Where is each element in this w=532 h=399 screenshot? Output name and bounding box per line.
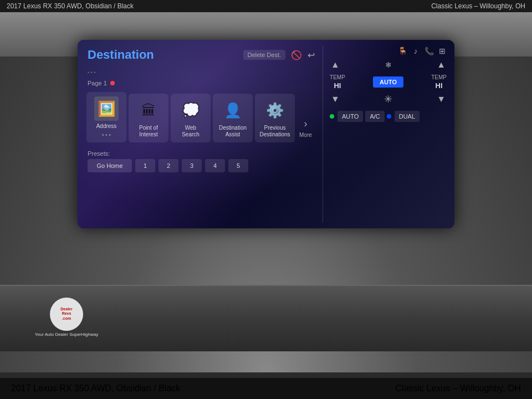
watermark-tagline: Your Auto Dealer SuperHighway <box>35 332 98 337</box>
web-search-label: WebSearch <box>182 125 200 138</box>
temp-right-down-button[interactable]: ▼ <box>436 93 447 105</box>
nav-item-prev-dest[interactable]: ⚙️ PreviousDestinations <box>255 94 295 142</box>
nav-title: Destination <box>88 48 154 62</box>
climate-panel: 🪑 ♪ 📞 ⊞ ▲ ❄ ▲ TEMP HI <box>323 45 449 223</box>
camera-icon[interactable]: 🚫 <box>291 50 302 60</box>
preset-4[interactable]: 4 <box>205 159 225 172</box>
preset-1[interactable]: 1 <box>135 159 155 172</box>
map-icon[interactable]: ⊞ <box>437 47 448 55</box>
poi-icon: 🏛 <box>136 98 161 122</box>
nav-item-poi[interactable]: 🏛 Point ofInterest <box>129 94 168 142</box>
music-icon[interactable]: ♪ <box>410 47 421 55</box>
more-arrow-icon: › <box>304 118 307 130</box>
climate-bottom-row: AUTO A/C DUAL <box>328 109 449 124</box>
dest-assist-icon: 👤 <box>221 98 245 122</box>
web-search-icon: 💭 <box>178 98 203 122</box>
auto-badge[interactable]: AUTO <box>373 76 403 88</box>
presets-section: Presets: Go Home 1 2 3 4 5 <box>83 147 319 176</box>
prev-dest-label: PreviousDestinations <box>259 125 290 138</box>
temp-right-hi: HI <box>431 81 447 90</box>
top-bar: 2017 Lexus RX 350 AWD, Obsidian / Black … <box>0 0 532 12</box>
dual-blue-dot <box>387 114 391 119</box>
temp-left-down-button[interactable]: ▼ <box>330 93 341 105</box>
preset-5[interactable]: 5 <box>228 159 248 172</box>
temp-left-hi: HI <box>330 81 345 90</box>
red-indicator <box>110 81 115 85</box>
preset-3[interactable]: 3 <box>182 159 202 172</box>
screen-inner: Destination Delete Dest. 🚫 ↩ • • • Page … <box>78 40 454 228</box>
nav-actions: Delete Dest. 🚫 ↩ <box>243 50 315 60</box>
infotainment-screen: Destination Delete Dest. 🚫 ↩ • • • Page … <box>78 40 454 228</box>
dest-assist-label: DestinationAssist <box>219 125 247 138</box>
temp-left-up-button[interactable]: ▲ <box>330 59 341 71</box>
address-icon: 🖼️ <box>94 96 119 121</box>
temp-right-up-button[interactable]: ▲ <box>436 59 447 71</box>
ac-button[interactable]: A/C <box>365 111 384 122</box>
nav-header: Destination Delete Dest. 🚫 ↩ <box>83 45 319 64</box>
temp-left-section: TEMP HI <box>330 74 345 90</box>
climate-top-icons: 🪑 ♪ 📞 ⊞ <box>328 45 449 57</box>
dual-button[interactable]: DUAL <box>395 111 420 122</box>
nav-item-dest-assist[interactable]: 👤 DestinationAssist <box>213 94 253 142</box>
prev-dest-icon: ⚙️ <box>263 98 287 122</box>
temp-up-row: ▲ ❄ ▲ <box>328 58 449 72</box>
screen-dots: • • • <box>83 69 319 76</box>
main-area: Destination Delete Dest. 🚫 ↩ • • • Page … <box>0 12 532 372</box>
presets-label: Presets: <box>88 150 315 157</box>
bottom-bar: 2017 Lexus RX 350 AWD, Obsidian / Black … <box>0 378 532 399</box>
more-button[interactable]: › More <box>297 114 314 142</box>
climate-center: AUTO <box>373 76 403 88</box>
nav-item-web-search[interactable]: 💭 WebSearch <box>171 94 211 142</box>
address-label: Address <box>96 123 117 130</box>
top-bar-left: 2017 Lexus RX 350 AWD, Obsidian / Black <box>7 2 134 10</box>
temp-left-label: TEMP <box>330 74 345 80</box>
watermark-logo: DealerRevs.com <box>50 298 83 331</box>
fan-speed-icon: ❄ <box>383 60 394 69</box>
bottom-bar-left: 2017 Lexus RX 350 AWD, Obsidian / Black <box>11 383 180 393</box>
temp-right-label: TEMP <box>431 74 447 80</box>
seat-heat-icon[interactable]: 🪑 <box>397 47 408 55</box>
phone-icon[interactable]: 📞 <box>423 47 434 55</box>
nav-icons-row: 🖼️ Address • • • 🏛 Point ofInterest 💭 We… <box>83 90 319 145</box>
poi-label: Point ofInterest <box>139 125 158 138</box>
auto-button[interactable]: AUTO <box>337 111 363 122</box>
nav-panel: Destination Delete Dest. 🚫 ↩ • • • Page … <box>83 45 319 223</box>
presets-row: Go Home 1 2 3 4 5 <box>88 159 315 172</box>
top-bar-right: Classic Lexus – Willoughby, OH <box>431 2 525 10</box>
back-icon[interactable]: ↩ <box>308 50 315 60</box>
page-label: Page 1 <box>83 79 319 88</box>
nav-item-address[interactable]: 🖼️ Address • • • <box>86 92 126 142</box>
delete-dest-button[interactable]: Delete Dest. <box>243 50 286 60</box>
temp-down-row: ▼ ✳ ▼ <box>328 92 449 106</box>
bottom-bar-right: Classic Lexus – Willoughby, OH <box>396 383 521 393</box>
temp-main-row: TEMP HI AUTO TEMP HI <box>328 73 449 91</box>
watermark: DealerRevs.com Your Auto Dealer SuperHig… <box>28 295 105 339</box>
preset-2[interactable]: 2 <box>158 159 178 172</box>
fan-icon: ✳ <box>384 93 392 105</box>
more-label: More <box>299 132 312 138</box>
temp-right-section: TEMP HI <box>431 74 447 90</box>
preset-go-home[interactable]: Go Home <box>88 159 132 172</box>
auto-green-dot <box>330 114 334 119</box>
address-dots: • • • <box>102 132 111 138</box>
